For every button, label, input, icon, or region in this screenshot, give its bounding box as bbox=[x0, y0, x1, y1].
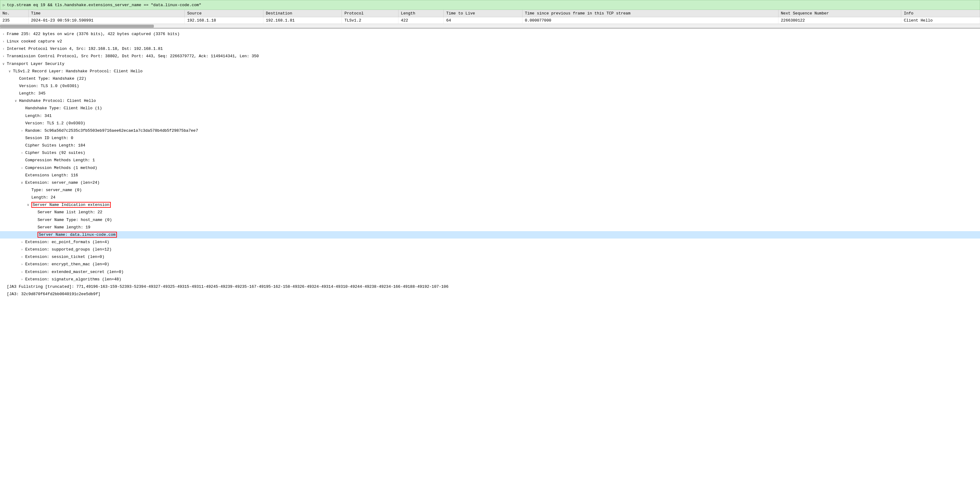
tree-row[interactable]: ∨Handshake Protocol: Client Hello bbox=[0, 97, 980, 105]
tree-row-label: Cipher Suites (92 suites) bbox=[25, 151, 85, 155]
tree-row[interactable]: [JA3: 32c9d870f64fd2bb0040191c2ee5db9f] bbox=[0, 291, 980, 298]
tree-row-label: Linux cooked capture v2 bbox=[7, 39, 62, 44]
col-time[interactable]: Time bbox=[28, 10, 185, 17]
tree-row-label: Version: TLS 1.2 (0x0303) bbox=[25, 121, 85, 126]
highlighted-field: Server Name Indication extension bbox=[31, 202, 111, 208]
tree-row-label: Extension: ec_point_formats (len=4) bbox=[25, 240, 109, 244]
tree-row-label: Server Name list length: 22 bbox=[38, 210, 102, 215]
tree-row-label: Handshake Protocol: Client Hello bbox=[19, 99, 96, 103]
tree-row[interactable]: Version: TLS 1.2 (0x0303) bbox=[0, 120, 980, 127]
tree-row[interactable]: Server Name length: 19 bbox=[0, 224, 980, 231]
horizontal-scrollbar[interactable] bbox=[0, 24, 980, 28]
tree-row[interactable]: ›Extension: supported_groups (len=12) bbox=[0, 246, 980, 253]
tree-row[interactable]: ∨Transport Layer Security bbox=[0, 60, 980, 68]
tree-row[interactable]: ›Random: 5c96a56d7c2535c3fb5503eb9716aee… bbox=[0, 127, 980, 135]
tree-row[interactable]: ›Linux cooked capture v2 bbox=[0, 38, 980, 45]
tree-row[interactable]: Compression Methods Length: 1 bbox=[0, 157, 980, 164]
cell-no: 235 bbox=[0, 17, 28, 24]
expand-arrow-icon[interactable]: › bbox=[21, 151, 25, 156]
tree-row[interactable]: Session ID Length: 0 bbox=[0, 135, 980, 142]
col-protocol[interactable]: Protocol bbox=[342, 10, 398, 17]
tree-row[interactable]: ›Extension: signature_algorithms (len=48… bbox=[0, 276, 980, 283]
col-next-seq[interactable]: Next Sequence Number bbox=[778, 10, 901, 17]
scrollbar-thumb[interactable] bbox=[0, 25, 154, 28]
col-time-since[interactable]: Time since previous frame in this TCP st… bbox=[522, 10, 778, 17]
tree-row[interactable]: ∨Extension: server_name (len=24) bbox=[0, 179, 980, 186]
expand-arrow-icon[interactable]: › bbox=[2, 54, 7, 59]
tree-row-label: Extension: signature_algorithms (len=48) bbox=[25, 277, 121, 282]
tree-row[interactable]: Content Type: Handshake (22) bbox=[0, 75, 980, 83]
expand-arrow-icon[interactable]: › bbox=[2, 39, 7, 44]
tree-row[interactable]: Length: 341 bbox=[0, 112, 980, 120]
col-no[interactable]: No. bbox=[0, 10, 28, 17]
tree-row[interactable]: ›Extension: session_ticket (len=0) bbox=[0, 253, 980, 261]
expand-arrow-icon[interactable]: ∨ bbox=[15, 99, 19, 104]
tree-row-label: Extension: supported_groups (len=12) bbox=[25, 247, 112, 252]
tree-row[interactable]: ›Extension: encrypt_then_mac (len=0) bbox=[0, 261, 980, 268]
packet-list-header: No. Time Source Destination Protocol Len… bbox=[0, 10, 980, 17]
expand-arrow-icon[interactable]: ∨ bbox=[21, 180, 25, 186]
tree-row-label: Server Name Type: host_name (0) bbox=[38, 218, 112, 222]
tree-row[interactable]: Handshake Type: Client Hello (1) bbox=[0, 105, 980, 112]
expand-arrow-icon[interactable]: › bbox=[21, 270, 25, 275]
expand-arrow-icon[interactable]: › bbox=[21, 277, 25, 282]
col-destination[interactable]: Destination bbox=[263, 10, 342, 17]
col-source[interactable]: Source bbox=[185, 10, 263, 17]
expand-arrow-icon[interactable]: › bbox=[2, 32, 7, 37]
tree-row[interactable]: Extensions Length: 116 bbox=[0, 172, 980, 179]
tree-row-label: Length: 341 bbox=[25, 114, 52, 118]
tree-row[interactable]: ›Internet Protocol Version 4, Src: 192.1… bbox=[0, 45, 980, 53]
filter-icon: ▷ bbox=[3, 3, 5, 7]
tree-row-label: Transmission Control Protocol, Src Port:… bbox=[7, 54, 259, 59]
tree-row[interactable]: Server Name list length: 22 bbox=[0, 209, 980, 216]
expand-arrow-icon[interactable]: › bbox=[21, 262, 25, 267]
tree-row-label: Extension: encrypt_then_mac (len=0) bbox=[25, 262, 109, 267]
tree-row-label: Extension: server_name (len=24) bbox=[25, 180, 100, 185]
tree-row-label: TLSv1.2 Record Layer: Handshake Protocol… bbox=[13, 69, 142, 73]
filter-text: tcp.stream eq 19 && tls.handshake.extens… bbox=[7, 3, 201, 7]
cell-protocol: TLSv1.2 bbox=[342, 17, 398, 24]
tree-row[interactable]: Length: 24 bbox=[0, 194, 980, 201]
expand-arrow-icon[interactable]: › bbox=[2, 46, 7, 52]
tree-row[interactable]: Server Name Type: host_name (0) bbox=[0, 216, 980, 224]
tree-row-label: Server Name length: 19 bbox=[38, 225, 91, 230]
col-ttl[interactable]: Time to Live bbox=[444, 10, 522, 17]
tree-row-label: Frame 235: 422 bytes on wire (3376 bits)… bbox=[7, 32, 180, 36]
tree-row[interactable]: Version: TLS 1.0 (0x0301) bbox=[0, 83, 980, 90]
tree-row[interactable]: Server Name: data.linux-code.com bbox=[0, 231, 980, 239]
tree-row[interactable]: [JA3 Fullstring [truncated]: 771,49196-1… bbox=[0, 283, 980, 291]
cell-destination: 192.168.1.81 bbox=[263, 17, 342, 24]
expand-arrow-icon[interactable]: ∨ bbox=[9, 69, 13, 74]
tree-row[interactable]: Cipher Suites Length: 184 bbox=[0, 142, 980, 149]
tree-row[interactable]: ›Extension: extended_master_secret (len=… bbox=[0, 268, 980, 276]
tree-row-label: Compression Methods Length: 1 bbox=[25, 158, 95, 162]
tree-row[interactable]: ∨Server Name Indication extension bbox=[0, 201, 980, 209]
tree-row-label: Compression Methods (1 method) bbox=[25, 165, 97, 170]
cell-info: Client Hello bbox=[901, 17, 980, 24]
col-length[interactable]: Length bbox=[398, 10, 443, 17]
tree-row[interactable]: Type: server_name (0) bbox=[0, 186, 980, 194]
tree-row[interactable]: Length: 345 bbox=[0, 90, 980, 97]
tree-row-label: Type: server_name (0) bbox=[31, 188, 82, 193]
table-row[interactable]: 235 2024-01-23 00:59:10.590991 192.168.1… bbox=[0, 17, 980, 24]
tree-row-label: Handshake Type: Client Hello (1) bbox=[25, 106, 102, 110]
tree-row[interactable]: ›Frame 235: 422 bytes on wire (3376 bits… bbox=[0, 30, 980, 38]
cell-source: 192.168.1.18 bbox=[185, 17, 263, 24]
expand-arrow-icon[interactable]: ∨ bbox=[27, 202, 31, 208]
expand-arrow-icon[interactable]: › bbox=[21, 240, 25, 245]
expand-arrow-icon[interactable]: › bbox=[21, 165, 25, 171]
cell-time-since: 0.000077000 bbox=[522, 17, 778, 24]
tree-row-label: Random: 5c96a56d7c2535c3fb5503eb9716aee6… bbox=[25, 128, 198, 133]
expand-arrow-icon[interactable]: ∨ bbox=[2, 62, 7, 67]
expand-arrow-icon[interactable]: › bbox=[21, 255, 25, 260]
col-info[interactable]: Info bbox=[901, 10, 980, 17]
expand-arrow-icon[interactable]: › bbox=[21, 128, 25, 134]
tree-row-label: [JA3 Fullstring [truncated]: 771,49196-1… bbox=[7, 285, 448, 289]
tree-row[interactable]: ›Cipher Suites (92 suites) bbox=[0, 149, 980, 157]
tree-row[interactable]: ∨TLSv1.2 Record Layer: Handshake Protoco… bbox=[0, 68, 980, 75]
expand-arrow-icon[interactable]: › bbox=[21, 247, 25, 252]
tree-row[interactable]: ›Extension: ec_point_formats (len=4) bbox=[0, 239, 980, 246]
tree-row[interactable]: ›Compression Methods (1 method) bbox=[0, 164, 980, 172]
tree-row[interactable]: ›Transmission Control Protocol, Src Port… bbox=[0, 53, 980, 60]
tree-row-label: Length: 345 bbox=[19, 91, 46, 96]
